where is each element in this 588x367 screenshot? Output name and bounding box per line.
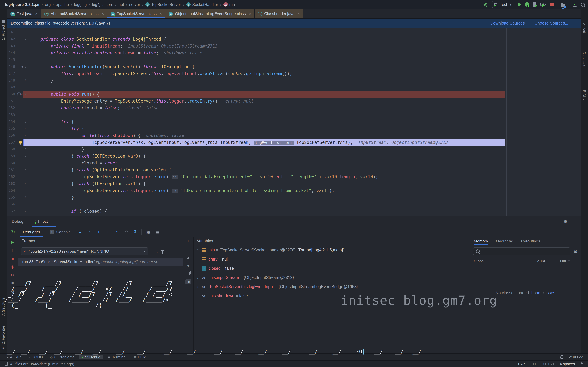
breadcrumb-item[interactable]: apache [56, 2, 69, 7]
evaluate-expression-button[interactable]: ▦ [145, 229, 151, 234]
fold-icon[interactable]: ∧ [23, 77, 28, 84]
editor-tab[interactable]: cTcpSocketServer.class× [107, 9, 165, 18]
code-text-area[interactable] [28, 29, 581, 36]
sidebar-item-ant[interactable]: Ant [582, 27, 586, 33]
run-anything-icon[interactable] [573, 2, 577, 6]
code-text-area[interactable]: } [28, 194, 581, 201]
breadcrumb-class[interactable]: cSocketHandler [186, 2, 218, 7]
caret-position[interactable]: 157:1 [518, 362, 527, 366]
run-to-cursor-button[interactable]: ↧ [132, 229, 138, 234]
expand-icon[interactable]: › [196, 284, 199, 289]
breadcrumb-class[interactable]: cTcpSocketServer [145, 2, 181, 7]
stack-frame-row[interactable]: run:85, TcpSocketServer$SocketHandler (o… [18, 258, 183, 266]
overrides-icon[interactable]: ↑ [17, 92, 21, 96]
editor-tab[interactable]: cTest.java× [7, 9, 41, 18]
code-text-area[interactable]: try { [28, 118, 581, 125]
tab-memory[interactable]: Memory [474, 237, 488, 245]
load-classes-link[interactable]: Load classes [531, 291, 555, 295]
code-text-area[interactable]: this.inputStream = TcpSocketServer.this.… [28, 70, 581, 77]
sidebar-item-database[interactable]: Database [582, 52, 586, 67]
close-icon[interactable]: × [35, 11, 38, 16]
fold-icon[interactable]: ∨ [23, 208, 28, 215]
indent-setting[interactable]: 4 spaces [560, 362, 575, 366]
resume-button[interactable]: ▶ [11, 240, 14, 244]
thread-selector[interactable]: ✓ "Log4j2-1"@2,278 in group "main": RUNN… [21, 247, 148, 255]
pause-button[interactable]: ‖ [12, 248, 13, 252]
fold-icon[interactable]: ∨ [23, 132, 28, 139]
show-watches-button[interactable]: ∞ [185, 279, 191, 284]
column-diff[interactable]: Diff▼ [557, 257, 581, 265]
remove-watch-button[interactable]: − [187, 247, 189, 252]
code-text-area[interactable]: } catch (EOFException var9) { [28, 153, 581, 159]
tab-console[interactable]: ▸Console [47, 227, 74, 237]
line-separator[interactable]: LF [533, 362, 537, 366]
variable-row[interactable]: entry = null [194, 255, 469, 264]
code-text-area[interactable]: private volatile boolean shutdown = fals… [28, 50, 581, 56]
code-text-area[interactable] [28, 201, 581, 208]
step-into-button[interactable]: ↓ [96, 229, 102, 234]
close-icon[interactable]: × [51, 219, 53, 224]
code-text-area[interactable]: TcpSocketServer.this.logger.error( s: "O… [28, 173, 581, 180]
rerun-icon[interactable]: ↻ [11, 229, 15, 234]
code-text-area[interactable]: private class SocketHandler extends Log4… [28, 36, 581, 43]
code-text-area[interactable] [28, 56, 581, 63]
project-icon[interactable] [2, 20, 5, 23]
code-text-area[interactable]: try { [28, 125, 581, 132]
code-text-area[interactable]: public void run() { [28, 91, 581, 98]
code-text-area[interactable]: } [28, 146, 581, 153]
hide-icon[interactable]: — [573, 219, 577, 224]
run-with-coverage-button[interactable] [533, 2, 537, 7]
code-text-area[interactable]: closed = true; [28, 159, 581, 167]
toolwindow-button[interactable]: ◎6: Problems [47, 355, 77, 359]
code-editor[interactable]: 141 142∨ private class SocketHandler ext… [7, 28, 581, 216]
breadcrumb-item[interactable]: logging [74, 2, 87, 7]
gear-icon[interactable]: ⚙ [563, 219, 567, 224]
debug-button[interactable] [525, 2, 529, 7]
close-icon[interactable]: × [249, 11, 251, 16]
profiler-button[interactable] [540, 3, 544, 6]
code-text-area[interactable]: } catch (OptionalDataException var10) { [28, 167, 581, 173]
column-count[interactable]: Count [532, 257, 557, 265]
drop-frame-button[interactable]: ↶ [123, 229, 129, 234]
code-text-area[interactable]: EntryMessage entry = TcpSocketServer.thi… [28, 98, 581, 105]
breadcrumb-item[interactable]: log4j [92, 2, 100, 7]
search-everywhere-icon[interactable] [581, 2, 585, 6]
code-text-area[interactable]: private final T inputStream; inputStream… [28, 43, 581, 50]
step-over-button[interactable]: ↷ [86, 229, 92, 234]
fold-icon[interactable]: ∨ [23, 63, 28, 70]
sidebar-item-project[interactable]: 1: Project [1, 25, 5, 40]
hide-library-frames-icon[interactable] [161, 250, 164, 252]
sidebar-item-favorites[interactable]: 2: Favorites [1, 325, 5, 344]
gear-icon[interactable]: ⚙ [573, 249, 578, 254]
tab-overhead[interactable]: Overhead [496, 237, 513, 245]
variable-row[interactable]: ›∞TcpSocketServer.this.logEventInput = {… [194, 282, 469, 291]
sidebar-item-structure[interactable]: 7: Structure [1, 298, 5, 316]
fold-icon[interactable]: ∨ [23, 91, 28, 98]
sidebar-item-maven[interactable]: Maven [582, 94, 586, 105]
code-text-area[interactable]: public SocketHandler(Socket socket) thro… [28, 63, 581, 70]
code-text-area[interactable]: TcpSocketServer.this.logEventInput.logEv… [28, 139, 581, 146]
move-watch-down-button[interactable]: ▼ [186, 263, 190, 268]
event-log-button[interactable]: Event Log [561, 355, 588, 359]
run-button[interactable] [518, 2, 522, 6]
download-sources-link[interactable]: Download Sources [490, 21, 525, 25]
variable-row[interactable]: 01closed = false [194, 264, 469, 273]
toolwindow-button[interactable]: ≡TODO [26, 355, 46, 359]
lock-icon[interactable] [581, 363, 583, 365]
code-text-area[interactable]: boolean closed = false; closed: false [28, 105, 581, 111]
breadcrumb-item[interactable]: net [119, 2, 124, 7]
fold-icon[interactable]: ∧ [23, 180, 28, 187]
close-icon[interactable]: × [159, 11, 162, 16]
breadcrumb-item[interactable]: core [106, 2, 113, 7]
stop-button[interactable]: ■ [11, 257, 14, 260]
editor-tab[interactable]: cClassLoader.java× [255, 9, 303, 18]
move-watch-up-button[interactable]: ▲ [186, 255, 190, 260]
toolwindow-button[interactable]: ▸4: Run [5, 355, 24, 359]
breadcrumb-jar[interactable]: log4j-core-2.8.1.jar [5, 2, 40, 7]
settings-button[interactable]: ⚙ [11, 289, 14, 293]
fold-icon[interactable]: ∨ [23, 153, 28, 159]
layout-settings-button[interactable]: ▤ [154, 229, 160, 234]
chevron-down-icon[interactable]: ▾ [545, 3, 546, 6]
column-class[interactable]: Class [470, 259, 532, 263]
close-icon[interactable]: × [102, 11, 104, 16]
